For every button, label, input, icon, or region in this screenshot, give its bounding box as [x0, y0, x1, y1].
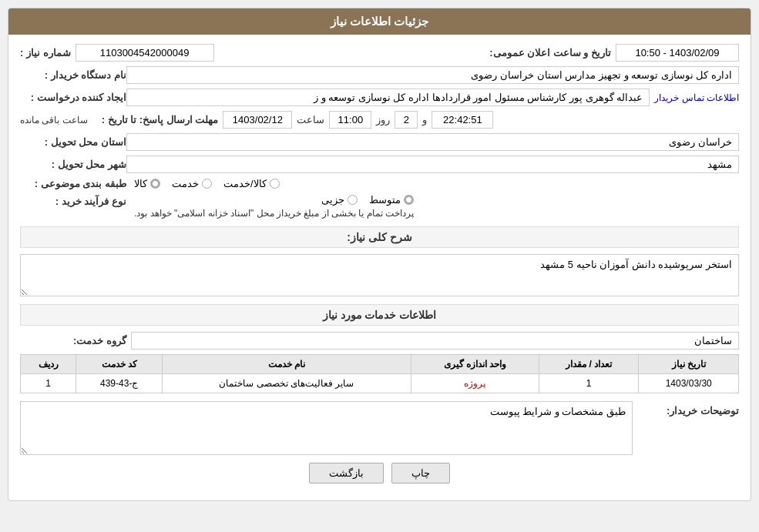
shahr-value: مشهد	[126, 156, 739, 173]
tabaqe-khadamat[interactable]: خدمت	[172, 178, 212, 189]
purchase-top: متوسط جزیی	[134, 194, 414, 206]
mohlat-row: 22:42:51 و 2 روز 11:00 ساعت 1403/02/12 م…	[20, 111, 739, 129]
sharh-koli-header: شرح کلی نیاز:	[20, 226, 739, 248]
main-card: جزئیات اطلاعات نیاز 1403/02/09 - 10:50 ت…	[8, 8, 751, 501]
grohe-khadamat-row: ساختمان گروه خدمت:	[20, 332, 739, 350]
rooz-value: 2	[395, 111, 418, 129]
noe-motaset[interactable]: متوسط	[369, 194, 414, 206]
table-row: 1403/03/30 1 پروژه سایر فعالیت‌های تخصصی…	[21, 374, 739, 393]
shomara-niaz-value: 1103004542000049	[76, 44, 214, 62]
cell-tedad: 1	[539, 374, 639, 393]
page-title: جزئیات اطلاعات نیاز	[331, 15, 428, 28]
services-tbody: 1403/03/30 1 پروژه سایر فعالیت‌های تخصصی…	[21, 374, 739, 393]
ijad-konande-value: عبداله گوهری پور کارشناس مسئول امور قرار…	[126, 89, 650, 106]
col-vahed: واحد اندازه گیری	[411, 355, 539, 374]
shahr-row: مشهد شهر محل تحویل :	[20, 156, 739, 173]
cell-name: سایر فعالیت‌های تخصصی ساختمان	[163, 374, 411, 393]
grohe-khadamat-value: ساختمان	[131, 332, 739, 350]
top-info-row: 1403/02/09 - 10:50 تاریخ و ساعت اعلان عم…	[20, 44, 739, 62]
saat-value: 11:00	[329, 111, 371, 129]
saat-unit: ساعت	[297, 114, 324, 125]
page-wrapper: جزئیات اطلاعات نیاز 1403/02/09 - 10:50 ت…	[0, 0, 759, 532]
noe-darkhast-label: نوع فرآیند خرید :	[26, 194, 126, 207]
card-body: 1403/02/09 - 10:50 تاریخ و ساعت اعلان عم…	[8, 35, 751, 500]
cell-radif: 1	[21, 374, 76, 393]
shahr-label: شهر محل تحویل :	[26, 159, 126, 170]
ijad-konande-label: ایجاد کننده درخواست :	[26, 92, 126, 103]
ostan-label: استان محل تحویل :	[26, 136, 126, 148]
services-section: تاریخ نیاز تعداد / مقدار واحد اندازه گیر…	[20, 354, 739, 393]
nam-dastgah-label: نام دستگاه خریدار :	[26, 69, 126, 81]
tarikh-elan-value: 1403/02/09 - 10:50	[616, 44, 739, 62]
btn-row: چاپ بازگشت	[20, 463, 739, 491]
noe-jozi[interactable]: جزیی	[321, 194, 358, 206]
tabaqe-row: کالا/خدمت خدمت کالا طبقه بندی موضوعی :	[20, 178, 739, 189]
countdown-value: 22:42:51	[432, 111, 493, 129]
col-radif: ردیف	[21, 355, 76, 374]
toz-kharidaar-textarea[interactable]	[20, 401, 633, 455]
toz-kharidaar-row: توضیحات خریدار:	[20, 401, 739, 455]
tabaqe-kala-label: کالا	[134, 178, 147, 189]
col-tarikh-niaz: تاریخ نیاز	[639, 355, 739, 374]
table-header-row: تاریخ نیاز تعداد / مقدار واحد اندازه گیر…	[21, 355, 739, 374]
tabaqe-kala[interactable]: کالا	[134, 178, 160, 189]
tarikh-elan-label: تاریخ و ساعت اعلان عمومی:	[489, 47, 611, 59]
noe-desc: پرداخت تمام یا بخشی از مبلغ خریداز محل "…	[134, 208, 414, 219]
ijad-konande-row: اطلاعات تماس خریدار عبداله گوهری پور کار…	[20, 89, 739, 106]
bazgasht-button[interactable]: بازگشت	[309, 463, 384, 483]
purchase-options: متوسط جزیی پرداخت تمام یا بخشی از مبلغ خ…	[134, 194, 414, 219]
chap-button[interactable]: چاپ	[391, 463, 450, 483]
tabaqe-kala-khadamat-radio[interactable]	[270, 179, 280, 189]
nam-dastgah-value: اداره کل نوسازی توسعه و تجهیز مدارس استا…	[126, 66, 739, 84]
ostan-value: خراسان رضوی	[126, 133, 739, 151]
cell-kod: ج-43-439	[76, 374, 163, 393]
tabaqe-kala-radio[interactable]	[150, 179, 160, 189]
services-table: تاریخ نیاز تعداد / مقدار واحد اندازه گیر…	[20, 354, 739, 393]
col-name: نام خدمت	[163, 355, 411, 374]
cell-tarikh: 1403/03/30	[639, 374, 739, 393]
col-kod: کد خدمت	[76, 355, 163, 374]
nam-dastgah-row: اداره کل نوسازی توسعه و تجهیز مدارس استا…	[20, 66, 739, 84]
noe-jozi-label: جزیی	[321, 194, 344, 206]
tarikh-niaz-value: 1403/02/12	[223, 111, 292, 129]
khadamat-header-label: اطلاعات خدمات مورد نیاز	[323, 309, 437, 321]
noe-motaset-label: متوسط	[369, 194, 401, 206]
khadamat-section-header: اطلاعات خدمات مورد نیاز	[20, 304, 739, 326]
tabaqe-label: طبقه بندی موضوعی :	[26, 178, 126, 189]
noe-motaset-radio[interactable]	[404, 195, 414, 205]
tabaqe-khadamat-radio[interactable]	[202, 179, 212, 189]
toz-kharidaar-label: توضیحات خریدار:	[639, 401, 739, 417]
baqi-mande-label: ساعت باقی مانده	[20, 115, 88, 125]
shomara-niaz-group: 1103004542000049 شماره نیاز :	[20, 44, 214, 62]
sharh-koli-textarea[interactable]	[20, 254, 739, 296]
tabaqe-radio-group: کالا/خدمت خدمت کالا	[134, 178, 280, 189]
tabaqe-kala-khadamat[interactable]: کالا/خدمت	[223, 178, 280, 189]
card-header: جزئیات اطلاعات نیاز	[8, 8, 751, 35]
cell-vahed[interactable]: پروژه	[411, 374, 539, 393]
shomara-niaz-label: شماره نیاز :	[20, 47, 71, 59]
col-tedad: تعداد / مقدار	[539, 355, 639, 374]
tarikh-elan-group: 1403/02/09 - 10:50 تاریخ و ساعت اعلان عم…	[489, 44, 739, 62]
countdown-unit: و	[422, 114, 427, 125]
grohe-khadamat-label: گروه خدمت:	[26, 335, 126, 346]
sharh-koli-label: شرح کلی نیاز:	[347, 231, 411, 243]
sharh-koli-row	[20, 254, 739, 296]
ostan-row: خراسان رضوی استان محل تحویل :	[20, 133, 739, 151]
mohlat-label: مهلت ارسال پاسخ: تا تاریخ :	[102, 114, 219, 125]
rooz-unit: روز	[376, 114, 390, 125]
noe-darkhast-row: متوسط جزیی پرداخت تمام یا بخشی از مبلغ خ…	[20, 194, 739, 219]
tabaqe-khadamat-label: خدمت	[172, 178, 199, 189]
noe-jozi-radio[interactable]	[348, 195, 358, 205]
tabaqe-kala-khadamat-label: کالا/خدمت	[223, 178, 267, 189]
ijad-konande-link[interactable]: اطلاعات تماس خریدار	[654, 92, 739, 103]
